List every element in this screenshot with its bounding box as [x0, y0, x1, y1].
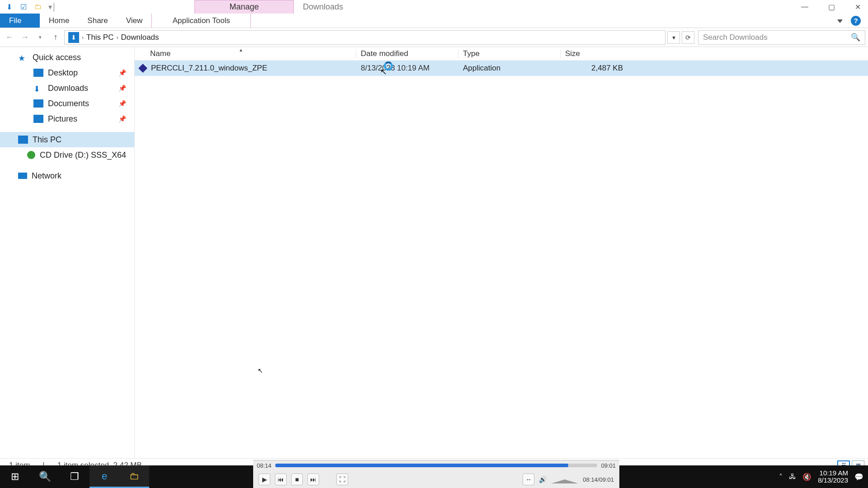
- navigation-pane: ★ Quick access Desktop 📌 ⬇ Downloads 📌 D…: [0, 47, 135, 458]
- crumb-downloads[interactable]: Downloads: [121, 33, 159, 42]
- tab-view[interactable]: View: [117, 14, 152, 28]
- start-button[interactable]: ⊞: [0, 465, 30, 488]
- pin-icon: 📌: [118, 84, 126, 92]
- media-player: 08:14 09:01 ▶ ⏮ ■ ⏭ ⛶ ↔ 🔊 08:14/09:01: [253, 460, 619, 488]
- nav-label: Desktop: [48, 68, 78, 78]
- search-placeholder: Search Downloads: [703, 33, 768, 42]
- mute-icon[interactable]: 🔊: [539, 476, 547, 483]
- file-list: Name ▲ Date modified Type Size PERCCLI_7…: [135, 47, 868, 458]
- file-size: 2,487 KB: [561, 64, 628, 73]
- tray-network-icon[interactable]: 🖧: [789, 473, 796, 481]
- file-date: 8/13/2023 10:19 AM: [356, 64, 458, 73]
- tray-volume-icon[interactable]: 🔇: [802, 473, 811, 481]
- column-name[interactable]: Name ▲: [135, 49, 356, 58]
- minimize-button[interactable]: —: [801, 3, 808, 11]
- play-button[interactable]: ▶: [259, 474, 270, 485]
- back-button[interactable]: ←: [3, 31, 16, 44]
- nav-label: This PC: [33, 135, 61, 145]
- forward-button[interactable]: →: [18, 31, 32, 44]
- nav-label: Network: [32, 171, 61, 181]
- loop-button[interactable]: ↔: [523, 474, 534, 485]
- address-history-icon[interactable]: ▾: [667, 31, 680, 44]
- nav-this-pc[interactable]: This PC: [0, 132, 134, 147]
- collapse-ribbon-icon[interactable]: [837, 17, 843, 25]
- tab-application-tools[interactable]: Application Tools: [151, 14, 251, 28]
- maximize-button[interactable]: ▢: [828, 3, 835, 11]
- cd-drive-icon: [27, 151, 35, 159]
- chevron-right-icon: ›: [116, 34, 118, 41]
- player-position: 08:14: [257, 462, 272, 469]
- task-view-button[interactable]: ❐: [60, 465, 90, 488]
- desktop-icon: [33, 69, 43, 77]
- breadcrumb[interactable]: ⬇ › This PC › Downloads: [64, 30, 665, 45]
- file-row[interactable]: PERCCLI_7.211.0_windows_ZPE 8/13/2023 10…: [135, 61, 868, 76]
- tray-date: 8/13/2023: [818, 477, 848, 484]
- sort-indicator-icon: ▲: [239, 47, 243, 52]
- help-icon[interactable]: ?: [851, 16, 861, 26]
- file-name-cell: PERCCLI_7.211.0_windows_ZPE: [135, 64, 356, 73]
- tab-home[interactable]: Home: [40, 14, 78, 28]
- nav-label: Pictures: [48, 114, 77, 124]
- properties-icon[interactable]: ☑: [18, 1, 29, 12]
- next-button[interactable]: ⏭: [307, 474, 319, 485]
- title-bar: ⬇ ☑ 🗀 ▾│ Manage Downloads — ▢ ✕: [0, 0, 868, 14]
- window-title: Downloads: [294, 0, 794, 14]
- notifications-icon[interactable]: 💬: [854, 473, 863, 481]
- qat-divider: ▾│: [47, 1, 58, 12]
- column-date[interactable]: Date modified: [356, 49, 458, 58]
- explorer-window: ⬇ ☑ 🗀 ▾│ Manage Downloads — ▢ ✕ File Hom…: [0, 0, 868, 488]
- nav-label: Quick access: [33, 53, 81, 62]
- explorer-body: ★ Quick access Desktop 📌 ⬇ Downloads 📌 D…: [0, 47, 868, 458]
- taskbar-right: ˄ 🖧 🔇 10:19 AM 8/13/2023 💬: [619, 465, 868, 488]
- search-input[interactable]: Search Downloads 🔍: [698, 30, 865, 45]
- folder-icon[interactable]: 🗀: [33, 1, 43, 12]
- volume-slider[interactable]: [551, 475, 578, 483]
- nav-quick-access[interactable]: ★ Quick access: [0, 50, 134, 65]
- this-pc-icon: [18, 136, 28, 144]
- player-duration: 09:01: [601, 462, 616, 469]
- nav-network[interactable]: Network: [0, 168, 134, 183]
- close-button[interactable]: ✕: [855, 3, 861, 11]
- taskbar-file-explorer[interactable]: 🗀: [119, 465, 149, 488]
- documents-icon: [33, 99, 43, 108]
- nav-documents[interactable]: Documents 📌: [0, 96, 134, 111]
- player-timecode: 08:14/09:01: [583, 476, 614, 483]
- tab-share[interactable]: Share: [78, 14, 117, 28]
- fullscreen-button[interactable]: ⛶: [336, 474, 348, 485]
- nav-cd-drive[interactable]: CD Drive (D:) SSS_X64: [0, 147, 134, 163]
- player-progress-fill: [275, 464, 569, 467]
- tray-overflow-icon[interactable]: ˄: [779, 473, 783, 481]
- application-icon: [138, 64, 147, 73]
- column-type[interactable]: Type: [458, 49, 561, 58]
- downloads-icon: ⬇: [33, 84, 43, 92]
- pin-icon: 📌: [118, 115, 126, 122]
- pin-icon: 📌: [118, 100, 126, 107]
- refresh-button[interactable]: ⟳: [682, 31, 694, 44]
- recent-locations-icon[interactable]: ▾: [33, 31, 47, 44]
- downloads-path-icon: ⬇: [68, 32, 79, 43]
- up-button[interactable]: ↑: [49, 31, 62, 44]
- player-seekbar[interactable]: [275, 464, 598, 467]
- down-arrow-icon[interactable]: ⬇: [4, 1, 14, 12]
- star-icon: ★: [18, 53, 28, 61]
- address-bar: ← → ▾ ↑ ⬇ › This PC › Downloads ▾ ⟳ Sear…: [0, 28, 868, 47]
- file-name: PERCCLI_7.211.0_windows_ZPE: [151, 64, 267, 73]
- nav-label: CD Drive (D:) SSS_X64: [40, 150, 126, 160]
- taskbar-internet-explorer[interactable]: e: [90, 465, 119, 488]
- stop-button[interactable]: ■: [291, 474, 303, 485]
- nav-downloads[interactable]: ⬇ Downloads 📌: [0, 80, 134, 96]
- nav-desktop[interactable]: Desktop 📌: [0, 65, 134, 80]
- column-size[interactable]: Size: [561, 49, 628, 58]
- column-headers: Name ▲ Date modified Type Size: [135, 47, 868, 61]
- tray-clock[interactable]: 10:19 AM 8/13/2023: [818, 469, 848, 484]
- search-taskbar-button[interactable]: 🔍: [30, 465, 60, 488]
- crumb-this-pc[interactable]: This PC: [86, 33, 113, 42]
- nav-pictures[interactable]: Pictures 📌: [0, 111, 134, 127]
- tab-file[interactable]: File: [0, 14, 40, 28]
- tray-time: 10:19 AM: [818, 469, 848, 477]
- contextual-tab-manage[interactable]: Manage: [194, 0, 294, 14]
- quick-access-toolbar: ⬇ ☑ 🗀 ▾│: [0, 0, 194, 14]
- prev-button[interactable]: ⏮: [275, 474, 287, 485]
- column-label: Name: [150, 49, 170, 58]
- taskbar-left: ⊞ 🔍 ❐ e 🗀: [0, 465, 253, 488]
